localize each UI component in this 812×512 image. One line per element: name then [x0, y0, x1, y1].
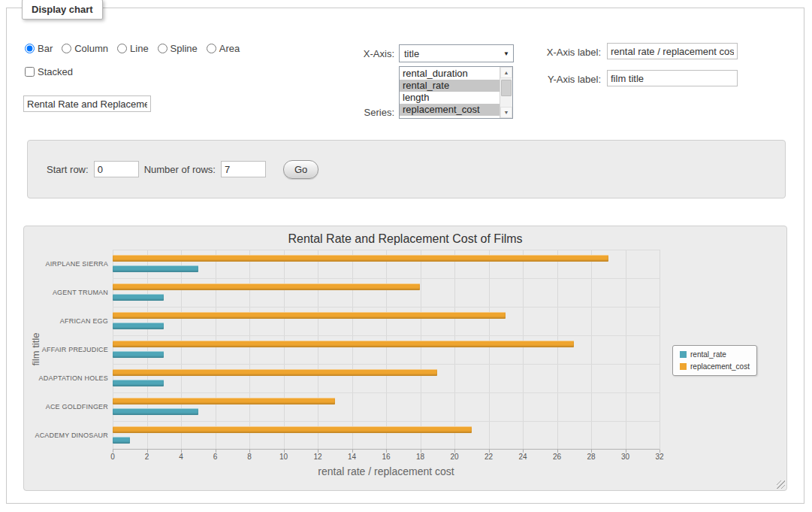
gridline: [421, 250, 421, 450]
x-tick-label: 22: [484, 453, 493, 461]
category-label: ADAPTATION HOLES: [30, 364, 108, 392]
row-line: [113, 335, 660, 336]
row-line: [113, 278, 660, 279]
bar-replacement_cost[interactable]: [113, 426, 472, 433]
x-tick-label: 14: [348, 453, 356, 461]
bar-rental_rate[interactable]: [113, 437, 130, 444]
x-tick-label: 8: [247, 453, 252, 461]
category-label: AGENT TRUMAN: [30, 278, 108, 307]
chart-type-option-column[interactable]: Column: [62, 43, 108, 54]
x-tick-label: 24: [518, 453, 527, 461]
chart-type-radio-spline[interactable]: [158, 44, 168, 53]
x-axis-title: rental rate / replacement cost: [113, 465, 660, 477]
bar-replacement_cost[interactable]: [113, 312, 506, 319]
chart-title: Rental Rate and Replacement Cost of Film…: [24, 232, 786, 246]
x-tick-label: 32: [655, 453, 663, 461]
gridline: [318, 250, 318, 450]
go-button[interactable]: Go: [283, 160, 318, 179]
display-chart-panel: Display chart Bar Column Line Spline Are…: [6, 8, 804, 504]
chart-type-radio-area[interactable]: [207, 44, 216, 53]
legend-label: replacement_cost: [690, 362, 750, 371]
gridline: [249, 250, 250, 450]
x-axis-select-label: X-Axis:: [304, 48, 394, 59]
gridline: [660, 250, 660, 450]
legend-item[interactable]: rental_rate: [680, 350, 750, 359]
gridline: [489, 250, 490, 450]
bar-rental_rate[interactable]: [113, 408, 198, 415]
chart-type-option-spline[interactable]: Spline: [158, 43, 198, 54]
x-axis-label-input[interactable]: [607, 43, 738, 59]
scrollbar-thumb[interactable]: [501, 80, 512, 96]
scroll-down-icon[interactable]: ▼: [500, 107, 512, 118]
category-label: ACADEMY DINOSAUR: [30, 421, 108, 450]
num-rows-label: Number of rows:: [144, 164, 216, 175]
bar-replacement_cost[interactable]: [113, 283, 420, 290]
legend-swatch-replacement_cost: [680, 363, 687, 370]
num-rows-input[interactable]: [221, 161, 266, 177]
x-tick-label: 4: [179, 453, 183, 461]
x-axis-line: [113, 449, 660, 450]
x-tick-label: 6: [213, 453, 218, 461]
chart-type-option-line[interactable]: Line: [117, 43, 149, 54]
category-labels: AIRPLANE SIERRAAGENT TRUMANAFRICAN EGGAF…: [30, 250, 108, 450]
chart-type-label: Bar: [38, 43, 53, 54]
row-line: [113, 392, 660, 393]
bar-rental_rate[interactable]: [113, 323, 164, 329]
legend-item[interactable]: replacement_cost: [680, 362, 750, 371]
chart-type-label: Column: [74, 43, 108, 54]
bar-replacement_cost[interactable]: [113, 369, 437, 376]
chart-type-radiogroup: Bar Column Line Spline Area: [25, 43, 240, 54]
chart-type-option-bar[interactable]: Bar: [25, 43, 53, 54]
series-option[interactable]: rental_rate: [400, 80, 500, 92]
legend-swatch-rental_rate: [680, 351, 687, 358]
resize-handle[interactable]: [777, 480, 785, 489]
category-label: AIRPLANE SIERRA: [30, 250, 108, 278]
category-label: AFFAIR PREJUDICE: [30, 335, 108, 364]
series-option[interactable]: rental_duration: [400, 68, 500, 80]
gridline: [523, 250, 524, 450]
legend: rental_ratereplacement_cost: [672, 345, 757, 376]
stacked-option[interactable]: Stacked: [25, 66, 73, 77]
chart-title-input[interactable]: [23, 95, 151, 112]
chart-type-label: Area: [219, 43, 240, 54]
x-tick-label: 18: [416, 453, 424, 461]
gridline: [352, 250, 353, 450]
series-option[interactable]: replacement_cost: [400, 104, 500, 116]
y-axis-label-input[interactable]: [607, 70, 738, 86]
series-listbox[interactable]: rental_durationrental_ratelengthreplacem…: [399, 66, 513, 119]
start-row-input[interactable]: [94, 161, 139, 177]
stacked-label: Stacked: [38, 66, 73, 77]
x-axis-select-value: title: [404, 48, 419, 59]
stacked-checkbox[interactable]: [25, 67, 35, 77]
gridline: [626, 250, 626, 450]
series-list-label: Series:: [304, 107, 394, 118]
x-tick-label: 20: [450, 453, 458, 461]
y-axis-label-label: Y-Axis label:: [511, 74, 601, 85]
bar-rental_rate[interactable]: [113, 294, 164, 301]
category-label: ACE GOLDFINGER: [30, 392, 108, 421]
gridline: [113, 250, 113, 450]
x-axis-label-label: X-Axis label:: [511, 47, 601, 58]
x-tick-label: 26: [553, 453, 561, 461]
start-row-label: Start row:: [47, 164, 89, 175]
bar-rental_rate[interactable]: [113, 265, 198, 272]
chart-type-radio-column[interactable]: [62, 44, 71, 53]
chart-type-option-area[interactable]: Area: [207, 43, 240, 54]
chart-panel: Rental Rate and Replacement Cost of Film…: [23, 226, 787, 491]
chart-type-label: Line: [130, 43, 149, 54]
row-line: [113, 364, 660, 365]
bar-rental_rate[interactable]: [113, 380, 164, 386]
bar-rental_rate[interactable]: [113, 351, 164, 358]
row-line: [113, 421, 660, 422]
x-axis-select[interactable]: title ▼: [399, 44, 514, 62]
bar-replacement_cost[interactable]: [113, 398, 335, 404]
chart-type-radio-bar[interactable]: [25, 44, 35, 53]
series-option[interactable]: length: [400, 92, 500, 104]
gridline: [147, 250, 148, 450]
series-options: rental_durationrental_ratelengthreplacem…: [400, 67, 500, 118]
bar-replacement_cost[interactable]: [113, 255, 608, 262]
gridline: [216, 250, 216, 450]
gridline: [454, 250, 455, 450]
chart-type-radio-line[interactable]: [117, 44, 127, 53]
bar-replacement_cost[interactable]: [113, 341, 574, 347]
